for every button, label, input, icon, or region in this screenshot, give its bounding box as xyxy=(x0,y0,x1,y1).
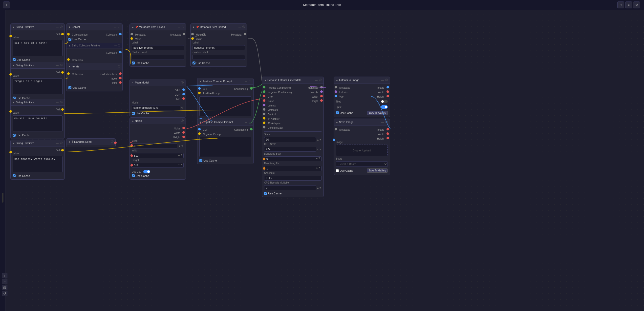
string-input-1[interactable] xyxy=(12,40,62,56)
noise-height-input[interactable] xyxy=(132,163,184,168)
denoise-cfg-rescale-input[interactable] xyxy=(264,185,316,190)
denoise-noise-port[interactable] xyxy=(263,99,266,102)
denoise-width-port[interactable] xyxy=(320,95,323,97)
meta1-metadata-port[interactable] xyxy=(130,33,133,35)
value-output-port-4[interactable] xyxy=(61,149,64,151)
denoise-t2i-port[interactable] xyxy=(263,122,266,124)
info-icon-3[interactable]: ⓘ xyxy=(60,100,62,104)
noise-width-input[interactable] xyxy=(132,153,184,158)
l2i-save-gallery-button[interactable]: Save To Gallery xyxy=(367,111,388,115)
collapse-icon-3[interactable]: ▲ xyxy=(12,101,15,103)
add-node-button[interactable]: + xyxy=(3,1,10,8)
collapse-icon-1[interactable]: ▲ xyxy=(12,26,15,28)
noise-out-port[interactable] xyxy=(182,127,185,129)
zoom-out-button[interactable]: − xyxy=(2,279,8,284)
minus-icon-2[interactable]: — xyxy=(56,64,58,67)
use-cache-check-save[interactable] xyxy=(336,169,339,172)
info-icon-4[interactable]: ⓘ xyxy=(60,141,62,145)
denoise-metadata-out-port[interactable] xyxy=(320,86,323,88)
info-icon-pos-compel[interactable]: ⓘ xyxy=(249,79,251,83)
collapse-icon-4[interactable]: ▲ xyxy=(12,142,15,144)
use-cache-check-meta2[interactable] xyxy=(192,61,196,64)
minus-icon-pos-compel[interactable]: — xyxy=(245,80,247,83)
noise-seed-port[interactable] xyxy=(130,144,133,147)
save-board-select[interactable]: Select a Board xyxy=(336,161,388,167)
collapse-icon-collect[interactable]: ▲ xyxy=(68,26,71,28)
minus-icon-main-model[interactable]: — xyxy=(177,81,180,84)
collapse-icon-meta1[interactable]: ▲ xyxy=(132,26,134,28)
minus-icon-3[interactable]: — xyxy=(56,101,58,104)
collect-item-port[interactable] xyxy=(67,33,70,35)
l2i-fp32-toggle[interactable] xyxy=(381,105,388,109)
value-output-port-3[interactable] xyxy=(61,108,64,111)
neg-compel-prompt-port[interactable] xyxy=(198,132,201,135)
info-icon-l2i[interactable]: ⓘ xyxy=(385,78,388,82)
collapse-icon-noise[interactable]: ▲ xyxy=(132,120,134,122)
value-output-port-2[interactable] xyxy=(61,71,64,74)
zoom-in-button[interactable]: + xyxy=(2,273,8,278)
collection-left-port[interactable] xyxy=(67,58,70,61)
use-cache-check-denoise[interactable] xyxy=(264,192,267,195)
info-icon-random-seed[interactable]: ⓘ xyxy=(111,140,114,144)
info-icon-2[interactable]: ⓘ xyxy=(60,63,62,67)
info-icon-main-model[interactable]: ⓘ xyxy=(181,81,184,84)
minus-icon-neg-compel[interactable]: — xyxy=(245,121,247,123)
minus-icon-4[interactable]: — xyxy=(56,142,58,144)
collapse-icon-meta2[interactable]: ▲ xyxy=(192,26,195,28)
minus-icon-meta1[interactable]: — xyxy=(178,26,180,28)
minus-icon-l2i[interactable]: — xyxy=(381,79,384,81)
meta2-custom-input[interactable] xyxy=(192,55,245,60)
use-cache-check-3[interactable] xyxy=(12,134,16,137)
use-cache-check-meta1[interactable] xyxy=(132,61,135,64)
save-gallery-button[interactable]: Save To Gallery xyxy=(367,168,388,173)
save-height-port[interactable] xyxy=(386,137,389,139)
save-button[interactable]: □ xyxy=(617,1,624,8)
reset-view-button[interactable]: ↺ xyxy=(2,291,8,296)
main-model-select[interactable]: stable-diffusion-v1-5 xyxy=(132,105,180,110)
denoise-latents-in-port[interactable] xyxy=(263,104,266,106)
use-cache-check-noise[interactable] xyxy=(132,174,135,177)
denoise-ip-adapter-port[interactable] xyxy=(263,117,266,120)
use-cache-check-neg-compel[interactable] xyxy=(200,159,202,162)
minus-icon-random-seed[interactable]: — xyxy=(107,141,110,143)
meta1-value-port[interactable] xyxy=(130,37,133,40)
meta1-custom-input[interactable] xyxy=(132,55,184,60)
collapse-icon-2[interactable]: ▲ xyxy=(12,64,15,66)
denoise-steps-input[interactable] xyxy=(264,137,316,142)
iterate-item-out-port[interactable] xyxy=(119,72,122,75)
info-icon-noise[interactable]: ⓘ xyxy=(181,119,184,122)
use-cache-check-l2i[interactable] xyxy=(336,111,339,114)
use-cache-check-4[interactable] xyxy=(12,174,16,177)
noise-height-input-port[interactable] xyxy=(130,164,133,167)
l2i-height-port[interactable] xyxy=(386,95,389,97)
minus-icon-collect[interactable]: — xyxy=(114,26,116,28)
denoise-unet-port[interactable] xyxy=(263,95,266,97)
string-3-left-port[interactable] xyxy=(10,110,12,113)
info-icon-collect[interactable]: ⓘ xyxy=(118,25,120,29)
refresh-model-icon[interactable]: ↺ xyxy=(181,106,184,109)
info-icon-1[interactable]: ⓘ xyxy=(60,25,62,29)
denoise-pos-cond-port[interactable] xyxy=(263,86,266,88)
fit-view-button[interactable]: ⊡ xyxy=(2,285,8,290)
minus-icon-denoise[interactable]: — xyxy=(315,79,318,81)
denoise-start-input[interactable] xyxy=(264,156,322,161)
collapse-icon-denoise[interactable]: ▲ xyxy=(264,79,266,81)
denoise-end-input[interactable] xyxy=(264,166,322,171)
use-cache-check-main-model[interactable] xyxy=(132,112,135,115)
menu-button[interactable]: ≡ xyxy=(625,1,632,8)
denoise-cfg-input[interactable] xyxy=(264,147,316,152)
sub-info-icon[interactable]: ⓘ xyxy=(118,44,120,47)
meta2-metadata-port[interactable] xyxy=(191,33,194,35)
iterate-collection-port[interactable] xyxy=(67,72,70,75)
minus-icon-noise[interactable]: — xyxy=(177,120,180,122)
string-2-left-port[interactable] xyxy=(10,73,12,76)
l2i-vae-port[interactable] xyxy=(334,95,337,97)
canvas[interactable]: + Metadata Item Linked Test □ ≡ ⚙ xyxy=(0,0,644,311)
minus-icon-1[interactable]: — xyxy=(56,26,58,28)
scrollbar-thumb[interactable] xyxy=(2,193,4,203)
noise-width-port[interactable] xyxy=(182,131,185,134)
denoise-mask-port[interactable] xyxy=(263,126,266,128)
minus-icon-iterate[interactable]: — xyxy=(114,65,116,68)
info-icon-neg-compel[interactable]: ⓘ xyxy=(249,120,251,124)
use-cache-check-iterate[interactable] xyxy=(68,86,72,89)
